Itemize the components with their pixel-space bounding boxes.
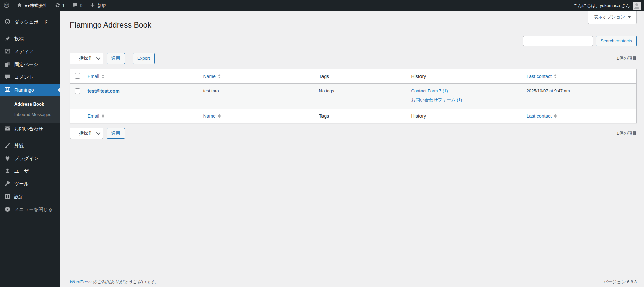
sort-icon <box>102 74 104 78</box>
sidebar-item-label: 設定 <box>14 194 24 200</box>
bulk-action-select[interactable]: 一括操作 <box>70 128 103 139</box>
sidebar-item-label: 固定ページ <box>14 62 38 68</box>
column-header-history: History <box>411 74 426 79</box>
column-label: Email <box>88 113 99 119</box>
table-row: test@test.com test taro No tags Contact … <box>70 83 637 109</box>
footer-thanks: WordPress のご利用ありがとうございます。 <box>70 279 159 285</box>
wp-logo-button[interactable]: W <box>0 0 13 11</box>
wp-logo-icon: W <box>4 2 9 9</box>
submenu-item-address-book[interactable]: Address Book <box>0 99 60 109</box>
admin-bar: W ●●株式会社 1 0 新規 こんにちは、yokomasa さん <box>0 0 644 11</box>
address-card-icon <box>4 86 11 94</box>
update-count: 1 <box>62 3 65 8</box>
update-icon <box>55 2 60 9</box>
contact-tags: No tags <box>319 88 334 93</box>
column-header-history: History <box>411 113 426 119</box>
sidebar-item-flamingo[interactable]: Flamingo <box>0 84 60 96</box>
contact-email-link[interactable]: test@test.com <box>88 88 120 94</box>
admin-bar-account[interactable]: こんにちは、yokomasa さん <box>570 0 644 11</box>
sidebar-item-label: ツール <box>14 181 29 187</box>
sidebar-item-plugins[interactable]: プラグイン <box>0 152 60 165</box>
menu-separator <box>0 29 60 33</box>
sidebar-item-contact[interactable]: お問い合わせ <box>0 123 60 135</box>
sidebar-item-media[interactable]: メディア <box>0 45 60 58</box>
sidebar-item-appearance[interactable]: 外観 <box>0 139 60 152</box>
wordpress-link[interactable]: WordPress <box>70 279 91 284</box>
sidebar-item-posts[interactable]: 投稿 <box>0 33 60 45</box>
export-button[interactable]: Export <box>133 53 155 64</box>
sidebar-item-label: メディア <box>14 49 34 55</box>
column-header-email[interactable]: Email <box>88 74 104 79</box>
sidebar-item-label: コメント <box>14 74 34 80</box>
apply-button[interactable]: 適用 <box>107 128 125 139</box>
media-icon <box>4 48 11 55</box>
select-all-checkbox[interactable] <box>75 73 80 79</box>
sidebar-item-label: 外観 <box>14 143 24 149</box>
history-link[interactable]: Contact Form 7 (1) <box>411 88 520 93</box>
home-icon <box>17 2 22 9</box>
row-checkbox[interactable] <box>75 88 80 94</box>
sidebar-item-label: お問い合わせ <box>14 126 43 132</box>
admin-bar-left: W ●●株式会社 1 0 新規 <box>0 0 110 11</box>
sidebar-item-tools[interactable]: ツール <box>0 178 60 191</box>
submenu-item-label: Inbound Messages <box>14 112 51 117</box>
flamingo-submenu: Address Book Inbound Messages <box>0 96 60 123</box>
table-footer-row: Email Name Tags History Last contact <box>70 109 637 123</box>
column-header-name[interactable]: Name <box>203 113 221 119</box>
comment-icon <box>72 2 78 9</box>
sort-icon <box>554 114 557 118</box>
envelope-icon <box>4 125 11 133</box>
table-header-row: Email Name Tags History Last contact <box>70 69 637 83</box>
column-header-email[interactable]: Email <box>88 113 104 119</box>
column-header-last-contact[interactable]: Last contact <box>527 113 557 119</box>
site-name-menu[interactable]: ●●株式会社 <box>13 0 51 11</box>
item-count: 1個の項目 <box>616 55 637 62</box>
contact-name: test taro <box>203 88 219 93</box>
column-label: Name <box>203 74 216 79</box>
apply-button[interactable]: 適用 <box>107 53 125 64</box>
column-label: Email <box>88 74 99 79</box>
sidebar-item-pages[interactable]: 固定ページ <box>0 58 60 71</box>
wrench-icon <box>4 180 11 188</box>
contacts-table: Email Name Tags History Last contact tes… <box>70 69 637 123</box>
gauge-icon <box>4 18 11 26</box>
new-label: 新規 <box>97 3 106 9</box>
sidebar-item-settings[interactable]: 設定 <box>0 191 60 203</box>
menu-separator <box>0 135 60 139</box>
collapse-menu-label: メニューを閉じる <box>14 207 53 213</box>
column-label: Last contact <box>527 113 552 119</box>
screen-options-label: 表示オプション <box>594 14 625 20</box>
sidebar-item-label: ユーザー <box>14 168 34 174</box>
sidebar-item-comments[interactable]: コメント <box>0 71 60 84</box>
sidebar-item-users[interactable]: ユーザー <box>0 165 60 178</box>
search-contacts-button[interactable]: Search contacts <box>596 36 637 46</box>
sidebar-item-label: 投稿 <box>14 36 24 42</box>
sidebar-item-label: ダッシュボード <box>14 19 48 25</box>
sidebar-item-dashboard[interactable]: ダッシュボード <box>0 16 60 29</box>
bulk-action-select[interactable]: 一括操作 <box>70 53 103 64</box>
tablenav-top: 一括操作 適用 Export 1個の項目 <box>70 53 637 64</box>
admin-footer: WordPress のご利用ありがとうございます。 バージョン 6.8.3 <box>70 279 637 285</box>
column-header-tags: Tags <box>319 74 329 79</box>
history-link[interactable]: お問い合わせフォーム (1) <box>411 97 520 103</box>
main-content: 表示オプション Flamingo Address Book Search con… <box>60 11 644 287</box>
chevron-down-icon <box>96 56 101 60</box>
updates-menu[interactable]: 1 <box>51 0 68 11</box>
column-header-name[interactable]: Name <box>203 74 221 79</box>
submenu-item-inbound-messages[interactable]: Inbound Messages <box>0 109 60 120</box>
collapse-menu-button[interactable]: メニューを閉じる <box>0 203 60 216</box>
admin-sidebar: ダッシュボード 投稿 メディア 固定ページ コメント Flamingo Addr… <box>0 11 60 287</box>
last-contact-date: 2025/10/07 at 9:47 am <box>527 88 570 93</box>
sidebar-item-label: Flamingo <box>14 87 34 93</box>
search-input[interactable] <box>523 36 593 46</box>
plug-icon <box>4 155 11 162</box>
column-header-last-contact[interactable]: Last contact <box>527 74 557 79</box>
chevron-down-icon <box>96 131 101 135</box>
comment-count: 0 <box>80 3 82 8</box>
bulk-action-label: 一括操作 <box>74 130 93 136</box>
comments-menu[interactable]: 0 <box>68 0 86 11</box>
column-label: Last contact <box>527 74 552 79</box>
select-all-checkbox[interactable] <box>75 113 80 118</box>
new-content-menu[interactable]: 新規 <box>86 0 110 11</box>
screen-options-button[interactable]: 表示オプション <box>588 11 637 24</box>
